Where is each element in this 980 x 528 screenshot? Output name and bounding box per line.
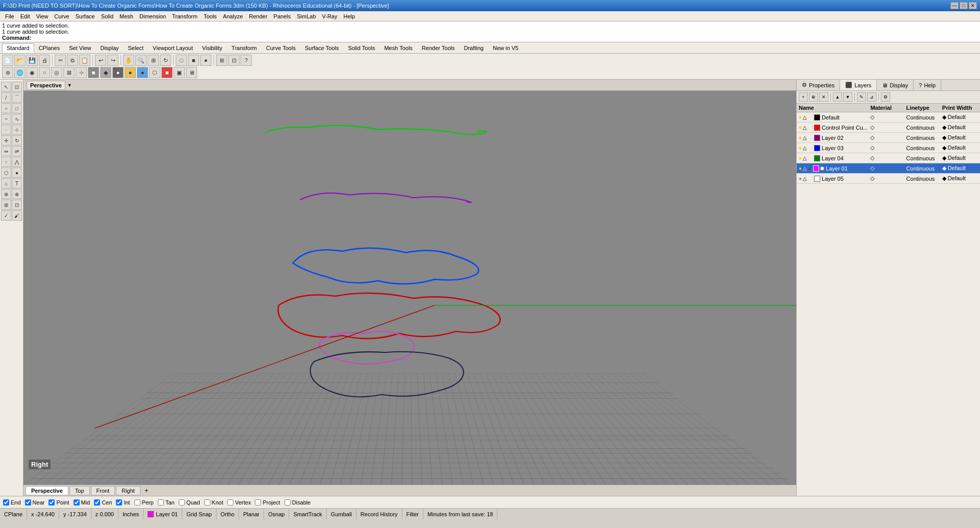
layer-options-button[interactable]: ⚙ (881, 92, 890, 102)
panel-tab-layers[interactable]: ⬛ Layers (840, 80, 877, 90)
help-button[interactable]: ? (241, 55, 252, 66)
snap-item-perp[interactable]: Perp (134, 499, 154, 506)
text-button[interactable]: T (12, 178, 22, 188)
snap-checkbox-mid[interactable] (74, 499, 80, 506)
rotate-button[interactable]: ↻ (160, 55, 171, 66)
open-button[interactable]: 📂 (14, 55, 26, 66)
solid-btn7[interactable]: ■ (161, 67, 173, 78)
snap-checkbox-point[interactable] (49, 499, 55, 506)
toolbar-tab-cplanes[interactable]: CPlanes (34, 43, 65, 53)
line-button[interactable]: / (1, 92, 11, 103)
curve-button[interactable]: ~ (1, 114, 11, 124)
gumball-button[interactable]: Gumball (327, 509, 356, 519)
point-opt[interactable]: ⊹ (12, 125, 22, 135)
menu-item-transform[interactable]: Transform (169, 12, 201, 20)
minimize-button[interactable]: — (950, 2, 959, 9)
print-button[interactable]: 🖨 (39, 55, 50, 66)
panel-tab-help[interactable]: ? Help (914, 80, 941, 90)
layer-color-swatch[interactable] (814, 135, 820, 141)
layer-row-controlpointcu[interactable]: ● △ Control Point Cu... ◇ Continuous ◆ D… (797, 123, 980, 133)
snap-item-vertex[interactable]: Vertex (227, 499, 251, 506)
snap-checkbox-quad[interactable] (179, 499, 185, 506)
planar-button[interactable]: Planar (239, 509, 264, 519)
snap-item-int[interactable]: Int (116, 499, 130, 506)
viewport-tab-top[interactable]: Top (69, 486, 90, 495)
zoom-button[interactable]: 🔍 (135, 55, 147, 66)
solid-btn6[interactable]: ⬡ (149, 67, 160, 78)
viewport-tab-front[interactable]: Front (91, 486, 115, 495)
snap-checkbox-near[interactable] (25, 499, 31, 506)
shaded-button[interactable]: ■ (188, 55, 199, 66)
panel-tab-properties[interactable]: ⚙ Properties (797, 80, 840, 90)
move-down-button[interactable]: ▼ (843, 92, 852, 102)
snap-item-cen[interactable]: Cen (94, 499, 112, 506)
paste-button[interactable]: 📋 (79, 55, 90, 66)
select-button[interactable]: ↖ (1, 82, 11, 92)
viewport-label[interactable]: Perspective (27, 81, 65, 90)
extrude-button[interactable]: ↑ (1, 157, 11, 167)
surface-btn1[interactable]: ◉ (27, 67, 38, 78)
current-layer-indicator[interactable]: Layer 01 (144, 509, 182, 519)
panel-tab-display[interactable]: 🖥 Display (877, 80, 914, 90)
menu-item-surface[interactable]: Surface (73, 12, 98, 20)
3d-viewport[interactable]: z x x z Right (23, 91, 796, 485)
layer-row-layer03[interactable]: ● △ Layer 03 ◇ Continuous ◆ Default (797, 143, 980, 153)
menu-item-analyze[interactable]: Analyze (220, 12, 246, 20)
toolbar-tab-drafting[interactable]: Drafting (459, 43, 488, 53)
monitor-btn[interactable]: 🖥 (186, 67, 197, 78)
arc-button[interactable]: ⌒ (12, 92, 22, 103)
snap-item-disable[interactable]: Disable (284, 499, 311, 506)
new-file-button[interactable]: 📄 (2, 55, 13, 66)
snap-item-tan[interactable]: Tan (158, 499, 175, 506)
move-up-button[interactable]: ▲ (833, 92, 842, 102)
viewport-tab-right[interactable]: Right (116, 486, 140, 495)
menu-item-view[interactable]: View (33, 12, 52, 20)
grid-snap-button[interactable]: Grid Snap (182, 509, 217, 519)
toolbar-tab-render-tools[interactable]: Render Tools (417, 43, 460, 53)
snap-edit-button[interactable]: ⊡ (12, 200, 22, 210)
toolbar-tab-visibility[interactable]: Visibility (198, 43, 227, 53)
ortho-button[interactable]: Ortho (217, 509, 240, 519)
cut-button[interactable]: ✂ (55, 55, 66, 66)
layer-lock-icon[interactable]: △ (803, 114, 807, 120)
edit-layer-button[interactable]: ✎ (857, 92, 866, 102)
solid-btn8[interactable]: ▣ (174, 67, 185, 78)
surface-btn3[interactable]: ◎ (51, 67, 62, 78)
surface-btn2[interactable]: ○ (39, 67, 50, 78)
filter-button[interactable]: ⊿ (867, 92, 876, 102)
menu-item-file[interactable]: File (2, 12, 17, 20)
layer-visibility-icon[interactable]: ● (799, 125, 802, 130)
layer-color-swatch[interactable] (814, 114, 820, 121)
measure-button[interactable]: ⊕ (1, 189, 11, 199)
rendered-button[interactable]: ● (200, 55, 211, 66)
snap-grid-button[interactable]: ⊞ (216, 55, 227, 66)
copy-button[interactable]: ⧉ (67, 55, 78, 66)
smarttrack-button[interactable]: SmartTrack (289, 509, 326, 519)
layer-row-default[interactable]: ● △ Default ◇ Continuous ◆ Default (797, 112, 980, 123)
toolbar-tab-standard[interactable]: Standard (2, 43, 34, 53)
toolbar-tab-curve-tools[interactable]: Curve Tools (261, 43, 300, 53)
units-indicator[interactable]: Inches (118, 509, 144, 519)
layer-lock-icon[interactable]: △ (803, 176, 807, 181)
layer-color-swatch[interactable] (814, 176, 820, 182)
zoom-extents-button[interactable]: ⊞ (148, 55, 159, 66)
menu-item-simlab[interactable]: SimLab (294, 12, 319, 20)
snap-checkbox-knot[interactable] (204, 499, 210, 506)
menu-item-curve[interactable]: Curve (51, 12, 72, 20)
viewport-tab-perspective[interactable]: Perspective (26, 486, 68, 495)
snap-item-quad[interactable]: Quad (179, 499, 200, 506)
move-button[interactable]: ✛ (1, 135, 11, 146)
record-history-button[interactable]: Record History (356, 509, 402, 519)
solid-btn3[interactable]: ● (112, 67, 124, 78)
new-layer-button[interactable]: + (799, 92, 808, 102)
menu-item-edit[interactable]: Edit (17, 12, 33, 20)
snap-checkbox-end[interactable] (3, 499, 9, 506)
circle-button[interactable]: ○ (1, 103, 11, 113)
select-opt-button[interactable]: ⊡ (12, 82, 22, 92)
snap-item-project[interactable]: Project (255, 499, 280, 506)
layer-visibility-icon[interactable]: ● (799, 176, 802, 181)
snap-item-knot[interactable]: Knot (204, 499, 224, 506)
toolbar-tab-set-view[interactable]: Set View (64, 43, 95, 53)
command-prompt[interactable]: Command: (2, 35, 978, 41)
layer-row-layer05[interactable]: ● △ Layer 05 ◇ Continuous ◆ Default (797, 174, 980, 184)
